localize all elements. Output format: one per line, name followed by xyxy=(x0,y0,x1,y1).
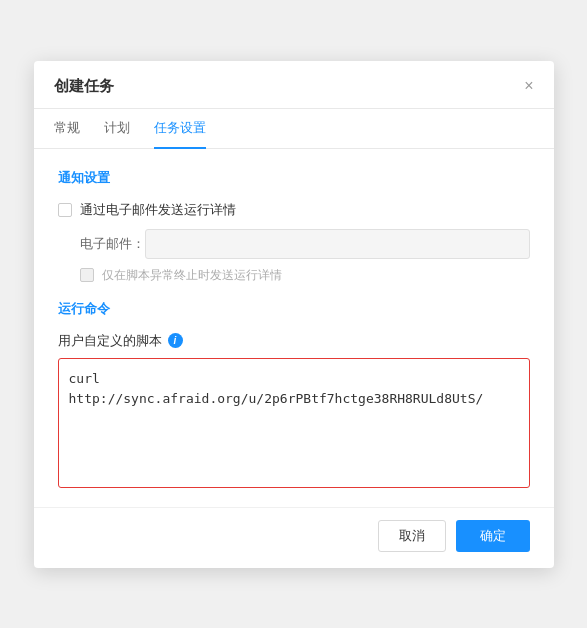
info-icon[interactable]: i xyxy=(168,333,183,348)
email-send-label: 通过电子邮件发送运行详情 xyxy=(80,201,236,219)
tab-normal[interactable]: 常规 xyxy=(54,109,80,149)
tab-bar: 常规 计划 任务设置 xyxy=(34,109,554,149)
dialog-header: 创建任务 × xyxy=(34,61,554,109)
email-send-checkbox[interactable] xyxy=(58,203,72,217)
email-label: 电子邮件： xyxy=(80,235,145,253)
create-task-dialog: 创建任务 × 常规 计划 任务设置 通知设置 通过电子邮件发送运行详情 电子邮件… xyxy=(34,61,554,568)
script-label: 用户自定义的脚本 xyxy=(58,332,162,350)
ok-button[interactable]: 确定 xyxy=(456,520,530,552)
sub-checkbox[interactable] xyxy=(80,268,94,282)
notification-section-title: 通知设置 xyxy=(58,169,530,187)
run-command-title: 运行命令 xyxy=(58,300,530,318)
script-label-row: 用户自定义的脚本 i xyxy=(58,332,530,350)
email-send-row: 通过电子邮件发送运行详情 xyxy=(58,201,530,219)
script-textarea[interactable]: curl http://sync.afraid.org/u/2p6rPBtf7h… xyxy=(58,358,530,488)
email-input[interactable] xyxy=(145,229,530,259)
run-command-section: 运行命令 用户自定义的脚本 i curl http://sync.afraid.… xyxy=(58,300,530,491)
dialog-title: 创建任务 xyxy=(54,77,114,108)
cancel-button[interactable]: 取消 xyxy=(378,520,446,552)
sub-checkbox-label: 仅在脚本异常终止时发送运行详情 xyxy=(102,267,282,284)
dialog-footer: 取消 确定 xyxy=(34,507,554,568)
tab-task-settings[interactable]: 任务设置 xyxy=(154,109,206,149)
sub-checkbox-row: 仅在脚本异常终止时发送运行详情 xyxy=(58,267,530,284)
tab-schedule[interactable]: 计划 xyxy=(104,109,130,149)
dialog-body: 通知设置 通过电子邮件发送运行详情 电子邮件： 仅在脚本异常终止时发送运行详情 … xyxy=(34,149,554,507)
close-button[interactable]: × xyxy=(524,78,533,106)
email-input-row: 电子邮件： xyxy=(58,229,530,259)
